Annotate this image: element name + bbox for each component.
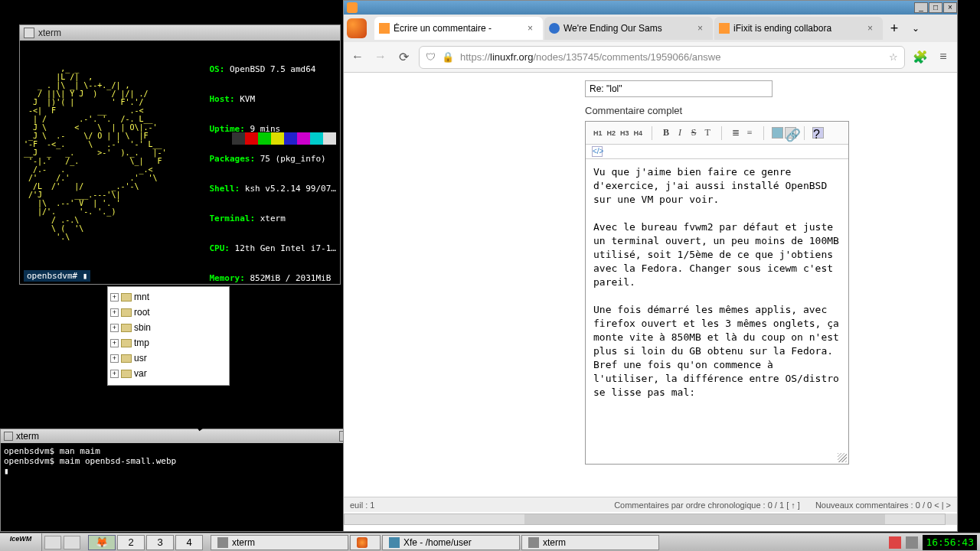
favicon-icon: [379, 23, 390, 34]
help-button[interactable]: ?: [812, 127, 824, 139]
scrollbar-thumb[interactable]: [524, 514, 884, 524]
chrono-label: Commentaires par ordre chronologique : 0…: [614, 500, 800, 510]
window-title: xterm: [38, 28, 61, 38]
taskbar-clock[interactable]: 16:56:43: [923, 535, 977, 550]
expand-icon[interactable]: +: [110, 293, 119, 302]
terminal-icon: [217, 537, 228, 548]
xterm-bottom-titlebar[interactable]: xterm _ □ ×: [1, 429, 382, 443]
terminal-icon: [528, 537, 539, 548]
back-button[interactable]: ←: [350, 50, 365, 65]
tab[interactable]: We're Ending Our Sams ×: [544, 17, 713, 40]
horizontal-scrollbar[interactable]: [344, 514, 946, 525]
fm-icon: [389, 537, 400, 548]
h1-button[interactable]: H1: [592, 128, 604, 139]
tab-active[interactable]: Écrire un commentaire - ×: [374, 17, 543, 40]
workspace-3[interactable]: 3: [146, 535, 174, 550]
editor-label: Commentaire complet: [585, 105, 942, 116]
bold-button[interactable]: B: [660, 127, 672, 139]
firefox-titlebar[interactable]: _ □ ×: [344, 1, 957, 15]
page-status-bar: euil : 1 Commentaires par ordre chronolo…: [344, 497, 957, 512]
comment-textarea[interactable]: [586, 158, 848, 461]
strike-button[interactable]: S: [688, 127, 700, 139]
expand-icon[interactable]: +: [110, 324, 119, 332]
h2-button[interactable]: H2: [606, 128, 618, 139]
tab-bar: Écrire un commentaire - × We're Ending O…: [344, 15, 957, 42]
all-tabs-button[interactable]: ⌄: [906, 23, 926, 34]
tree-item-mnt[interactable]: +mnt: [110, 289, 227, 305]
task-xterm-2[interactable]: xterm: [521, 535, 659, 550]
tt-button[interactable]: T: [701, 127, 714, 139]
tree-item-sbin[interactable]: +sbin: [110, 320, 227, 335]
terminal-body[interactable]: openbsdvm$ man maim openbsdvm$ maim open…: [1, 443, 382, 479]
folder-icon: [121, 339, 132, 347]
workspace-1[interactable]: 🦊: [88, 535, 116, 550]
menu-button[interactable]: ≡: [936, 50, 951, 65]
subject-input[interactable]: [585, 80, 773, 97]
editor-toolbar: H1 H2 H3 H4 B I S T ≣ ≡: [586, 122, 848, 145]
xterm-top-titlebar[interactable]: xterm: [20, 25, 340, 41]
forward-button[interactable]: →: [373, 50, 388, 65]
close-button[interactable]: ×: [943, 2, 957, 13]
workspace-switcher: 🦊 2 3 4: [88, 535, 203, 550]
reload-button[interactable]: ⟳: [396, 50, 411, 65]
workspace-2[interactable]: 2: [117, 535, 145, 550]
lock-icon[interactable]: 🔒: [442, 51, 454, 63]
quicklaunch-windowlist[interactable]: [64, 536, 80, 549]
threshold-label: euil : 1: [350, 500, 374, 510]
expand-icon[interactable]: +: [110, 339, 119, 347]
neofetch-colors: [232, 132, 336, 145]
h4-button[interactable]: H4: [632, 128, 645, 139]
neofetch-info: OS: OpenBSD 7.5 amd64 Host: KVM Uptime: …: [209, 44, 336, 303]
xterm-bottom-window[interactable]: xterm _ □ × openbsdvm$ man maim openbsdv…: [0, 429, 383, 532]
maximize-button[interactable]: □: [929, 2, 942, 13]
image-button[interactable]: [772, 127, 783, 139]
minimize-button[interactable]: _: [914, 2, 928, 13]
task-xfe[interactable]: Xfe - /home/user: [382, 535, 520, 550]
firefox-window[interactable]: _ □ × Écrire un commentaire - × We're En…: [343, 0, 958, 532]
workspace-4[interactable]: 4: [175, 535, 203, 550]
expand-icon[interactable]: +: [110, 308, 119, 317]
tree-item-usr[interactable]: +usr: [110, 350, 227, 366]
tab[interactable]: iFixit is ending collabora ×: [714, 17, 883, 40]
window-icon: [4, 432, 13, 441]
window-title: xterm: [16, 431, 39, 442]
start-menu-button[interactable]: IceWM: [0, 533, 42, 551]
tab-close-icon[interactable]: ×: [867, 23, 878, 34]
tab-close-icon[interactable]: ×: [528, 23, 538, 34]
task-xterm[interactable]: xterm: [211, 535, 348, 550]
shell-prompt[interactable]: openbsdvm# ▮: [24, 270, 90, 282]
tray-icon[interactable]: [889, 536, 901, 549]
italic-button[interactable]: I: [674, 127, 686, 139]
tree-item-root[interactable]: +root: [110, 305, 227, 320]
link-button[interactable]: 🔗: [785, 127, 796, 139]
bookmark-icon[interactable]: ☆: [889, 51, 898, 63]
system-tray: 16:56:43: [886, 535, 980, 550]
url-text: https://linuxfr.org/nodes/135745/comment…: [460, 51, 883, 63]
terminal-body[interactable]: ,_ _ |L /| , _ . |\ _| \--+._/| , / ||\|…: [20, 41, 340, 284]
tree-item-var[interactable]: +var: [110, 366, 227, 381]
tree-item-tmp[interactable]: +tmp: [110, 335, 227, 350]
h3-button[interactable]: H3: [619, 128, 631, 139]
tray-icon[interactable]: [906, 536, 918, 549]
file-tree-panel[interactable]: +mnt +root +sbin +tmp +usr +var: [107, 286, 230, 386]
code-button[interactable]: </>: [592, 146, 603, 157]
task-firefox[interactable]: [350, 535, 381, 550]
ol-button[interactable]: ≡: [743, 127, 756, 139]
quicklaunch-showdesktop[interactable]: [44, 536, 61, 549]
folder-icon: [121, 324, 132, 332]
new-tab-button[interactable]: +: [884, 18, 904, 38]
editor-toolbar-2: </>: [586, 145, 848, 158]
extensions-button[interactable]: 🧩: [913, 50, 928, 65]
window-icon: [24, 28, 34, 38]
folder-icon: [121, 370, 132, 378]
shield-icon[interactable]: 🛡: [426, 51, 436, 63]
url-input[interactable]: 🛡 🔒 https://linuxfr.org/nodes/135745/com…: [419, 46, 905, 69]
expand-icon[interactable]: +: [110, 370, 119, 378]
xterm-top-window[interactable]: xterm ,_ _ |L /| , _ . |\ _| \--+._/| , …: [19, 24, 341, 285]
expand-icon[interactable]: +: [110, 354, 119, 363]
url-toolbar: ← → ⟳ 🛡 🔒 https://linuxfr.org/nodes/1357…: [344, 42, 957, 73]
resize-handle[interactable]: [838, 453, 847, 462]
ul-button[interactable]: ≣: [730, 127, 742, 139]
comment-editor: H1 H2 H3 H4 B I S T ≣ ≡: [585, 121, 849, 465]
tab-close-icon[interactable]: ×: [697, 23, 708, 34]
